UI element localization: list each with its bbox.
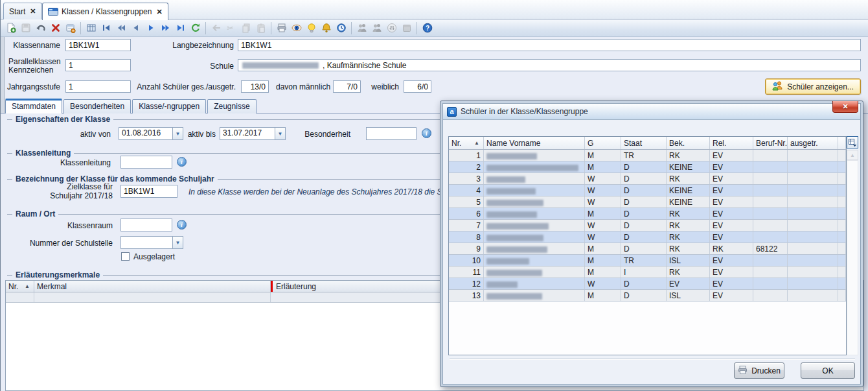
info-icon[interactable] bbox=[177, 220, 187, 230]
new-record-icon[interactable] bbox=[3, 21, 18, 36]
tab-close-icon[interactable] bbox=[30, 7, 36, 16]
dialog-close-icon[interactable] bbox=[832, 101, 858, 113]
student-ausgetreten bbox=[788, 231, 838, 243]
student-row[interactable]: 2MDKEINEEV bbox=[449, 161, 846, 173]
column-header-ausgetr[interactable]: ausgetr. bbox=[788, 137, 838, 149]
student-row[interactable]: 3WDRKEV bbox=[449, 173, 846, 185]
help-icon[interactable]: ? bbox=[420, 21, 435, 36]
schulstelle-combo[interactable] bbox=[120, 236, 183, 249]
first-record-icon[interactable] bbox=[98, 21, 113, 36]
application-window: Start Klassen / Klassengruppen ✂? Klasse… bbox=[0, 0, 868, 391]
student-beruf-nr bbox=[753, 208, 788, 219]
tab-stammdaten[interactable]: Stammdaten bbox=[5, 99, 62, 113]
person-settings-icon bbox=[384, 21, 399, 36]
preview-icon[interactable] bbox=[289, 21, 304, 36]
student-ausgetreten bbox=[788, 196, 838, 207]
student-nr: 7 bbox=[449, 220, 484, 231]
tab-besonderheiten[interactable]: Besonderheiten bbox=[63, 99, 131, 113]
student-name-redacted bbox=[484, 255, 585, 266]
ok-button[interactable]: OK bbox=[801, 362, 855, 379]
student-bekenntnis: KEINE bbox=[667, 196, 710, 207]
remove-assignment-icon[interactable] bbox=[63, 21, 78, 36]
jahrgangsstufe-input[interactable] bbox=[65, 80, 131, 93]
aktiv-von-combo[interactable]: 01.08.2016 bbox=[119, 127, 183, 140]
delete-record-icon[interactable] bbox=[48, 21, 63, 36]
printer-icon bbox=[738, 365, 748, 377]
aktiv-bis-combo[interactable]: 31.07.2017 bbox=[220, 127, 286, 140]
column-header-beruf-nr[interactable]: Beruf-Nr. bbox=[753, 137, 788, 149]
student-row[interactable]: 5WDKEINEEV bbox=[449, 196, 846, 208]
students-dialog-titlebar[interactable]: Schüler in der Klasse/Klassengruppe bbox=[443, 104, 860, 120]
student-row[interactable]: 13MDISLEV bbox=[449, 290, 846, 302]
column-header-rel[interactable]: Rel. bbox=[710, 137, 753, 149]
filter-cell-merkmal[interactable] bbox=[34, 292, 271, 302]
last-record-icon[interactable] bbox=[173, 21, 188, 36]
tab-klassen-klassengruppen[interactable]: Klassen / Klassengruppen bbox=[42, 3, 168, 20]
refresh-icon[interactable] bbox=[188, 21, 203, 36]
column-header-staat[interactable]: Staat bbox=[621, 137, 667, 149]
notification-icon[interactable] bbox=[319, 21, 334, 36]
zielklasse-input[interactable] bbox=[120, 185, 177, 198]
prev-record-icon[interactable] bbox=[128, 21, 143, 36]
klassenname-input[interactable] bbox=[65, 39, 131, 51]
besonderheit-input[interactable] bbox=[366, 127, 417, 140]
info-icon[interactable] bbox=[422, 128, 431, 138]
column-header-name-vorname[interactable]: Name Vorname bbox=[484, 137, 585, 149]
next-page-icon[interactable] bbox=[158, 21, 173, 36]
student-row[interactable]: 8WDRKEV bbox=[449, 231, 846, 243]
tab-klasse-ngruppen[interactable]: Klasse/-ngruppen bbox=[132, 99, 206, 113]
klassenleitung-input[interactable] bbox=[120, 156, 172, 169]
students-dialog-inner: Schüler in der Klasse/Klassengruppe Nr. … bbox=[442, 103, 861, 385]
print-icon[interactable] bbox=[274, 21, 289, 36]
student-row[interactable]: 6MDRKEV bbox=[449, 208, 846, 220]
scrollbar-track[interactable] bbox=[847, 160, 858, 355]
student-row[interactable]: 10MTRISLEV bbox=[449, 255, 846, 267]
undo-icon[interactable] bbox=[33, 21, 48, 36]
langbezeichnung-input[interactable] bbox=[238, 39, 861, 51]
info-icon[interactable] bbox=[177, 157, 187, 167]
drucken-button[interactable]: Drucken bbox=[734, 362, 784, 379]
aktiv-von-value[interactable]: 01.08.2016 bbox=[119, 127, 172, 140]
student-nr: 12 bbox=[449, 278, 484, 289]
scroll-up-icon[interactable] bbox=[847, 150, 858, 160]
student-row[interactable]: 1MTRRKEV bbox=[449, 150, 846, 161]
chevron-down-icon[interactable] bbox=[275, 127, 286, 140]
schulstelle-value[interactable] bbox=[120, 236, 172, 249]
column-picker-icon[interactable] bbox=[847, 136, 858, 148]
student-row[interactable]: 4WDKEINEEV bbox=[449, 185, 846, 196]
student-row[interactable]: 11MIRKEV bbox=[449, 267, 846, 278]
column-header-g[interactable]: G bbox=[585, 137, 621, 149]
column-header-nr[interactable]: Nr. bbox=[6, 281, 34, 292]
prev-page-icon[interactable] bbox=[113, 21, 128, 36]
tab-close-icon[interactable] bbox=[156, 8, 162, 16]
column-header-bek[interactable]: Bek. bbox=[667, 137, 710, 149]
aktiv-bis-value[interactable]: 31.07.2017 bbox=[220, 127, 275, 140]
weiblich-field bbox=[404, 80, 431, 93]
schueler-anzeigen-button[interactable]: Schüler anzeigen... bbox=[765, 78, 861, 95]
student-row[interactable]: 9MDRKRK68122 bbox=[449, 243, 846, 255]
student-beruf-nr bbox=[753, 161, 788, 172]
next-record-icon[interactable] bbox=[143, 21, 158, 36]
student-beruf-nr bbox=[753, 220, 788, 231]
hint-icon[interactable] bbox=[304, 21, 319, 36]
student-staat: D bbox=[621, 173, 667, 184]
tab-start[interactable]: Start bbox=[3, 3, 42, 19]
ausgelagert-checkbox[interactable] bbox=[121, 252, 130, 261]
aktiv-von-label: aktiv von bbox=[40, 130, 111, 139]
column-header-merkmal[interactable]: Merkmal bbox=[34, 281, 271, 292]
toolbar-separator bbox=[205, 22, 206, 34]
chevron-down-icon[interactable] bbox=[172, 236, 183, 249]
parallelklassen-input[interactable] bbox=[65, 59, 131, 71]
student-gender: W bbox=[585, 173, 621, 184]
student-name-redacted bbox=[484, 278, 585, 289]
copy-record-icon[interactable] bbox=[84, 21, 98, 36]
tab-zeugnisse[interactable]: Zeugnisse bbox=[207, 99, 256, 113]
reminder-icon[interactable] bbox=[334, 21, 348, 36]
chevron-down-icon[interactable] bbox=[172, 127, 183, 140]
column-header-merkmal-label: Merkmal bbox=[37, 282, 67, 291]
column-header-nr[interactable]: Nr. bbox=[449, 137, 484, 149]
filter-cell-nr[interactable] bbox=[6, 292, 34, 302]
student-row[interactable]: 7WDRKEV bbox=[449, 220, 846, 231]
klassenraum-input[interactable] bbox=[120, 219, 172, 231]
student-row[interactable]: 12WDEVEV bbox=[449, 278, 846, 290]
